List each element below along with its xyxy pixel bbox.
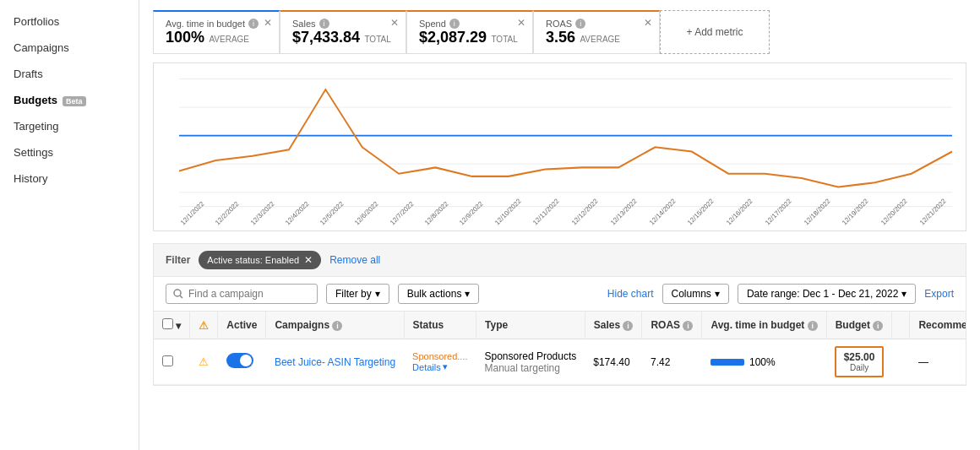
filter-chip[interactable]: Active status: Enabled ✕ [199, 251, 321, 269]
metric-card-roas: ROAS i 3.56 AVERAGE ✕ [533, 10, 660, 54]
date-range-button[interactable]: Date range: Dec 1 - Dec 21, 2022 ▾ [738, 284, 916, 304]
progress-bar [710, 359, 744, 366]
sidebar-item-history[interactable]: History [0, 165, 139, 192]
metric-label: Sales i [292, 19, 394, 29]
metric-info-icon[interactable]: i [319, 19, 329, 29]
row-status-cell: Sponsored.... Details ▾ [404, 339, 476, 385]
th-sales: Sales i [585, 312, 642, 339]
row-warning-cell: ⚠ [190, 339, 218, 385]
row-active-cell[interactable] [218, 339, 266, 385]
sidebar-item-settings[interactable]: Settings [0, 139, 139, 165]
table-wrapper: ▾ ⚠ Active Campaigns i Status Type Sales… [153, 311, 966, 386]
row-warning-icon: ⚠ [199, 355, 209, 368]
bulk-actions-button[interactable]: Bulk actions ▾ [398, 284, 480, 304]
search-input[interactable] [188, 288, 298, 300]
search-box[interactable] [166, 284, 318, 304]
th-budget-extra [892, 312, 910, 339]
sidebar-item-portfolios[interactable]: Portfolios [0, 8, 139, 35]
progress-fill [710, 359, 744, 366]
row-campaign-cell: Beet Juice- ASIN Targeting [266, 339, 404, 385]
chevron-down-icon: ▾ [375, 288, 380, 300]
metric-card-sales: Sales i $7,433.84 TOTAL ✕ [280, 10, 406, 54]
th-budget: Budget i [826, 312, 892, 339]
sales-info-icon[interactable]: i [623, 321, 633, 331]
svg-line-18 [180, 295, 182, 298]
active-toggle[interactable] [226, 353, 253, 368]
metric-close-button[interactable]: ✕ [390, 17, 399, 29]
metric-value: 3.56 AVERAGE [546, 29, 647, 46]
roas-info-icon[interactable]: i [683, 321, 693, 331]
add-metric-label: + Add metric [686, 26, 743, 38]
sidebar-item-campaigns[interactable]: Campaigns [0, 35, 139, 61]
type-line2: Manual targeting [485, 362, 577, 374]
metric-info-icon[interactable]: i [248, 19, 259, 29]
remove-all-button[interactable]: Remove all [329, 254, 380, 266]
th-roas: ROAS i [642, 312, 702, 339]
progress-pct-label: 100% [749, 356, 776, 368]
th-active: Active [218, 312, 266, 339]
filter-by-label: Filter by [335, 288, 372, 300]
metric-close-button[interactable]: ✕ [264, 17, 272, 29]
campaign-link[interactable]: Beet Juice- ASIN Targeting [275, 356, 395, 368]
status-details-link[interactable]: Details ▾ [412, 361, 467, 372]
metric-info-icon[interactable]: i [449, 19, 460, 29]
metric-close-button[interactable]: ✕ [644, 17, 652, 29]
row-budget-cell[interactable]: $25.00 Daily [826, 339, 892, 385]
row-budget-extra-cell [892, 339, 910, 385]
campaigns-table: ▾ ⚠ Active Campaigns i Status Type Sales… [154, 312, 966, 385]
beta-badge: Beta [63, 96, 86, 106]
metric-close-button[interactable]: ✕ [517, 17, 525, 29]
sidebar-item-targeting[interactable]: Targeting [0, 113, 139, 139]
chart-container: 102 101 100 99 98 1000 750 500 250 0 12/… [153, 62, 966, 231]
budget-period: Daily [841, 363, 877, 372]
row-type-cell: Sponsored Products Manual targeting [476, 339, 585, 385]
campaigns-info-icon[interactable]: i [332, 321, 342, 331]
bulk-actions-label: Bulk actions [407, 288, 462, 300]
row-recommended-cell: — [910, 339, 966, 385]
th-warning: ⚠ [190, 312, 218, 339]
chart-svg: 102 101 100 99 98 1000 750 500 250 0 [179, 72, 952, 214]
metric-value: 100% AVERAGE [166, 29, 267, 46]
row-checkbox-cell[interactable] [154, 339, 190, 385]
chip-label: Active status: Enabled [207, 255, 299, 265]
chevron-down-icon: ▾ [443, 361, 448, 372]
filter-label: Filter [166, 254, 190, 266]
add-metric-button[interactable]: + Add metric [660, 10, 770, 54]
chevron-down-icon: ▾ [901, 288, 906, 300]
export-button[interactable]: Export [924, 288, 954, 300]
type-line1: Sponsored Products [485, 350, 577, 362]
select-all-checkbox[interactable] [162, 318, 173, 329]
avg-time-info-icon[interactable]: i [808, 321, 818, 331]
hide-chart-button[interactable]: Hide chart [607, 288, 654, 300]
th-recommended: Recommended budget [910, 312, 966, 339]
svg-point-17 [174, 290, 181, 296]
row-checkbox[interactable] [162, 355, 173, 366]
metric-value: $2,087.29 TOTAL [419, 29, 520, 46]
date-range-label: Date range: Dec 1 - Dec 21, 2022 [747, 288, 898, 300]
th-campaigns: Campaigns i [266, 312, 404, 339]
row-sales-cell: $174.40 [585, 339, 642, 385]
table-toolbar: Filter by ▾ Bulk actions ▾ Hide chart Co… [153, 276, 966, 311]
columns-label: Columns [672, 288, 711, 300]
metric-card-spend: Spend i $2,087.29 TOTAL ✕ [406, 10, 533, 54]
metric-label: Spend i [419, 19, 520, 29]
chip-close-icon[interactable]: ✕ [304, 254, 313, 266]
search-icon [173, 289, 183, 299]
th-status: Status [404, 312, 476, 339]
chevron-down-icon[interactable]: ▾ [176, 320, 181, 332]
budget-amount: $25.00 [841, 351, 877, 363]
status-sponsored: Sponsored.... [412, 351, 467, 361]
metric-label: ROAS i [546, 19, 647, 29]
budget-info-icon[interactable]: i [873, 321, 883, 331]
columns-button[interactable]: Columns ▾ [662, 284, 729, 304]
sidebar-item-drafts[interactable]: Drafts [0, 61, 139, 87]
metric-info-icon[interactable]: i [575, 19, 585, 29]
metric-value: $7,433.84 TOTAL [292, 29, 394, 46]
chevron-down-icon: ▾ [715, 288, 720, 300]
th-checkbox: ▾ [154, 312, 190, 339]
chevron-down-icon: ▾ [465, 288, 470, 300]
sidebar-item-budgets[interactable]: BudgetsBeta [0, 87, 139, 113]
budget-display[interactable]: $25.00 Daily [835, 346, 884, 377]
table-row: ⚠ Beet Juice- ASIN Targeting Sponsored..… [154, 339, 966, 385]
filter-by-button[interactable]: Filter by ▾ [326, 284, 389, 304]
